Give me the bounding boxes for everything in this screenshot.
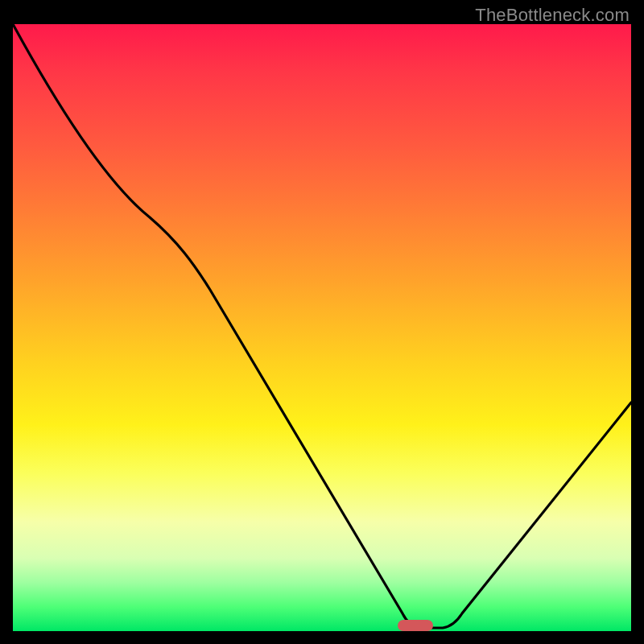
- chart-frame: TheBottleneck.com: [0, 0, 644, 644]
- optimal-marker: [398, 620, 433, 631]
- watermark-text: TheBottleneck.com: [475, 5, 630, 26]
- plot-area: [13, 24, 631, 631]
